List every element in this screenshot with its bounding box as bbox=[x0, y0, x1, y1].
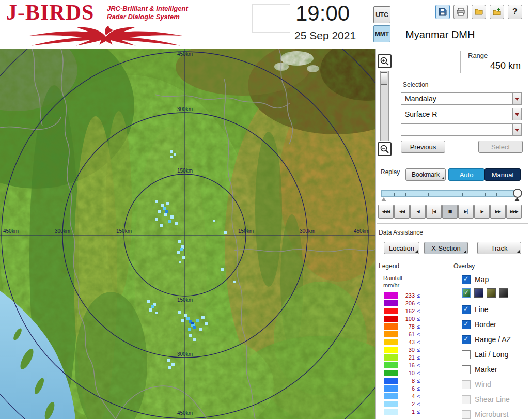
legend-color-swatch bbox=[384, 331, 398, 337]
overlay-row-range-az: Range / AZ bbox=[462, 334, 511, 345]
legend-row: 2≤ bbox=[384, 400, 443, 408]
elevation-dropdown[interactable] bbox=[401, 123, 512, 136]
site-dropdown[interactable]: Mandalay bbox=[401, 92, 512, 105]
overlay-label: Marker bbox=[475, 365, 497, 374]
overlay-label: Border bbox=[475, 320, 496, 329]
x-section-button[interactable]: X-Section bbox=[424, 242, 468, 254]
magnifier-minus-icon bbox=[380, 144, 389, 154]
forward-fast-button[interactable]: ▶▶▶ bbox=[506, 205, 522, 219]
timeline-handle[interactable] bbox=[513, 189, 522, 198]
line-checkbox[interactable] bbox=[462, 305, 471, 314]
map-style-swatch-olive[interactable] bbox=[487, 288, 496, 298]
legend-color-swatch bbox=[384, 370, 398, 376]
product-dropdown[interactable]: Surface R bbox=[401, 108, 512, 120]
svg-text:150km: 150km bbox=[177, 168, 193, 174]
track-button[interactable]: Track bbox=[477, 242, 521, 254]
magnifier-plus-icon bbox=[380, 56, 389, 66]
go-start-button[interactable]: |◀ bbox=[426, 205, 442, 219]
step-back-button[interactable]: ◀ bbox=[410, 205, 426, 219]
legend-row: 61≤ bbox=[384, 330, 443, 338]
eagle-logo-icon bbox=[5, 23, 208, 48]
overlay-row-wind: Wind bbox=[462, 379, 491, 390]
legend-color-swatch bbox=[384, 378, 398, 384]
folder-plus-icon bbox=[492, 7, 502, 17]
lati-long-checkbox[interactable] bbox=[462, 350, 471, 359]
manual-mode-button[interactable]: Manual bbox=[484, 168, 521, 181]
open-folder-button[interactable] bbox=[472, 5, 486, 19]
help-button[interactable]: ? bbox=[508, 5, 522, 19]
bookmark-button[interactable]: Bookmark bbox=[405, 168, 446, 181]
logo-taglines: JRC-Brilliant & Intelligent Radar Dialog… bbox=[107, 5, 188, 21]
timeline-end-marker-icon[interactable] bbox=[514, 197, 520, 201]
export-button[interactable] bbox=[490, 5, 504, 19]
legend-row: 100≤ bbox=[384, 315, 443, 322]
svg-text:300km: 300km bbox=[177, 106, 193, 112]
svg-text:450km: 450km bbox=[177, 410, 193, 416]
overlay-label: Map bbox=[475, 275, 489, 284]
zoom-in-button[interactable] bbox=[378, 54, 392, 68]
site-dropdown-arrow-icon[interactable] bbox=[512, 92, 522, 105]
marker-checkbox[interactable] bbox=[462, 365, 471, 374]
overlay-label: Line bbox=[475, 305, 488, 314]
overlay-label: Range / AZ bbox=[475, 335, 511, 344]
legend-color-swatch bbox=[384, 292, 398, 299]
legend-color-swatch bbox=[384, 401, 398, 407]
rewind-fast-button[interactable]: ◀◀◀ bbox=[378, 205, 394, 219]
replay-label: Replay bbox=[381, 168, 400, 176]
overlay-row-shear-line: Shear Line bbox=[462, 394, 510, 405]
zoom-slider[interactable] bbox=[380, 71, 389, 141]
auto-mode-button[interactable]: Auto bbox=[448, 168, 484, 181]
go-end-button[interactable]: ▶| bbox=[458, 205, 474, 219]
legend-color-swatch bbox=[384, 362, 398, 368]
svg-text:300km: 300km bbox=[177, 351, 193, 357]
rewind-button[interactable]: ◀◀ bbox=[394, 205, 410, 219]
legend-scale: 233≤ 206≤ 162≤ 100≤ 78≤ 61≤ 43≤ 30≤ 21≤ … bbox=[384, 291, 443, 415]
clock-date: 25 Sep 2021 bbox=[294, 29, 356, 42]
mmt-button[interactable]: MMT bbox=[373, 25, 390, 42]
data-assistance-label: Data Assistance bbox=[379, 229, 423, 236]
save-button[interactable] bbox=[435, 5, 450, 19]
legend-row: 16≤ bbox=[384, 361, 443, 369]
location-button[interactable]: Location bbox=[384, 242, 419, 254]
legend-row: 6≤ bbox=[384, 384, 443, 392]
play-button[interactable]: ▶ bbox=[474, 205, 490, 219]
radar-map[interactable]: 450km 300km 150km 150km 300km 450km 450k… bbox=[0, 49, 375, 419]
map-checkbox[interactable] bbox=[462, 275, 471, 284]
section-divider bbox=[377, 259, 528, 259]
legend-row: 30≤ bbox=[384, 346, 443, 353]
replay-timeline[interactable] bbox=[381, 189, 523, 202]
map-style-swatch-navy[interactable] bbox=[474, 288, 483, 298]
timeline-ticks bbox=[383, 193, 517, 196]
overlay-label: Shear Line bbox=[475, 395, 510, 404]
selection-label: Selection bbox=[403, 81, 428, 88]
logo-title: J-BIRDS bbox=[6, 0, 94, 25]
stop-button[interactable]: ■ bbox=[442, 205, 458, 219]
overlay-row-border: Border bbox=[462, 319, 496, 330]
map-style-swatch-dark[interactable] bbox=[499, 288, 508, 298]
zoom-slider-thumb[interactable] bbox=[381, 72, 387, 85]
control-panel: Range 450 km Selection Mandalay Surface … bbox=[375, 49, 532, 419]
utc-button[interactable]: UTC bbox=[373, 6, 390, 23]
overlay-row-microburst: Microburst bbox=[462, 409, 508, 419]
forward-button[interactable]: ▶▶ bbox=[490, 205, 506, 219]
overlay-row-map: Map bbox=[462, 274, 489, 285]
legend-color-swatch bbox=[384, 393, 398, 399]
header-bar: J-BIRDS JRC-Brilliant & Intelligent Rada… bbox=[0, 0, 532, 49]
legend-color-swatch bbox=[384, 385, 398, 392]
radar-map-canvas: 450km 300km 150km 150km 300km 450km 450k… bbox=[0, 49, 375, 419]
legend-color-swatch bbox=[384, 347, 398, 353]
timeline-start-marker-icon[interactable] bbox=[381, 197, 386, 201]
range-label: Range bbox=[468, 52, 488, 59]
previous-button[interactable]: Previous bbox=[401, 141, 445, 153]
timeline-track[interactable] bbox=[381, 190, 519, 197]
map-style-swatch-green[interactable] bbox=[462, 288, 471, 298]
border-checkbox[interactable] bbox=[462, 320, 471, 329]
legend-row: 8≤ bbox=[384, 377, 443, 384]
overlay-row-marker: Marker bbox=[462, 364, 497, 375]
product-dropdown-arrow-icon[interactable] bbox=[512, 108, 522, 120]
zoom-out-button[interactable] bbox=[378, 142, 392, 156]
elevation-dropdown-arrow-icon[interactable] bbox=[512, 123, 522, 136]
range-az-checkbox[interactable] bbox=[462, 335, 471, 344]
print-button[interactable] bbox=[453, 5, 468, 19]
select-button[interactable]: Select bbox=[478, 141, 523, 153]
